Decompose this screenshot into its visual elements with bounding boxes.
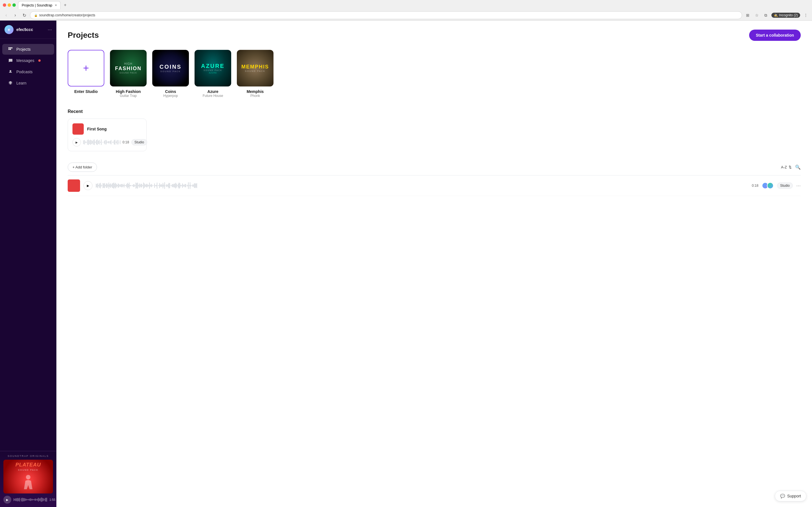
songs-list: ▶ 0:18 Studio ⋯ [68,175,801,196]
pack-genre: Future House [203,94,223,98]
pack-genre: Phonk [250,94,260,98]
song-thumbnail [72,123,84,135]
browser-titlebar: Projects | Soundtrap ✕ + [0,0,812,10]
originals-title: PLATEAU [3,462,53,468]
duration-badge: 0:18 [123,140,129,144]
browser-tab[interactable]: Projects | Soundtrap ✕ [18,1,61,9]
song-row-waveform [96,182,749,189]
url-text: soundtrap.com/home/creator/projects [39,13,95,17]
sidebar-item-label: Messages [16,58,35,63]
main-content: Projects Start a collaboration + Enter S… [56,20,812,507]
recent-section-title: Recent [68,109,801,114]
packs-grid: + Enter Studio HIGH FASHION SOUND PACK H… [68,50,801,98]
sidebar-item-messages[interactable]: Messages [2,55,54,66]
studio-badge[interactable]: Studio [132,139,147,145]
search-button[interactable]: 🔍 [795,165,801,170]
maximize-window-button[interactable] [12,3,16,7]
song-row-play-button[interactable]: ▶ [84,181,93,190]
avatar: e [4,25,13,34]
svg-rect-1 [10,47,11,48]
sort-button[interactable]: A-Z ⇅ [781,165,792,169]
pack-cover-high-fashion: HIGH FASHION SOUND PACK [110,50,147,87]
pack-cover-coins: COINS SOUND PACK [152,50,189,87]
player-controls: ▶ // Generate mini waveform bars inline … [3,496,53,504]
tab-title: Projects | Soundtrap [22,3,52,7]
sidebar-user: e efec5ccc ··· [0,20,56,39]
window-controls [3,3,16,7]
browser-nav-right: ⊞ ☆ ⧉ 🕵 Incognito (2) ⋮ [744,12,809,18]
player-time: 1:55 [49,498,55,501]
pack-name: Azure [207,89,218,94]
support-icon: 💬 [780,494,785,498]
support-label: Support [787,494,801,498]
sidebar-item-projects[interactable]: Projects [2,44,54,55]
play-button[interactable]: ▶ [3,496,11,504]
pack-cover-enter: + [68,50,104,87]
pack-cover-azure: AZURE SOUND PACK AZURE [195,50,231,87]
originals-subtitle: SOUND PACK [3,469,53,471]
song-row-more-button[interactable]: ⋯ [796,183,801,188]
pack-genre: Hyperpop [163,94,178,98]
play-button[interactable]: ▶ [72,138,81,147]
song-row-thumbnail [68,179,80,192]
svg-rect-3 [8,49,10,50]
forward-button[interactable]: › [12,12,18,18]
originals-cover[interactable]: PLATEAU SOUND PACK [3,460,53,494]
bookmark-button[interactable]: ☆ [753,12,760,18]
back-button[interactable]: ‹ [3,12,10,18]
all-songs-toolbar: + Add folder A-Z ⇅ 🔍 [68,163,801,172]
incognito-label: Incognito (2) [779,13,798,17]
lock-icon: 🔒 [34,14,38,17]
incognito-icon: 🕵 [774,13,778,17]
originals-label: SOUNDTRAP ORIGINALS [3,455,53,457]
pack-card-coins[interactable]: COINS SOUND PACK Coins Hyperpop [152,50,189,98]
add-folder-button[interactable]: + Add folder [68,163,97,172]
sidebar: e efec5ccc ··· Projects [0,20,56,507]
sort-icon: ⇅ [789,165,792,169]
page-title: Projects [68,31,99,40]
svg-rect-4 [10,49,11,50]
podcasts-icon [8,69,13,74]
sidebar-item-learn[interactable]: Learn [2,78,54,89]
pack-card-memphis[interactable]: MEMPHIS SOUND PACK Memphis Phonk [237,50,273,98]
browser-chrome: Projects | Soundtrap ✕ + ‹ › ↻ 🔒 soundtr… [0,0,812,20]
incognito-badge[interactable]: 🕵 Incognito (2) [771,13,800,18]
extensions-button[interactable]: ⊞ [744,12,751,18]
song-name: First Song [87,127,107,131]
song-row-collab [762,182,774,189]
user-more-button[interactable]: ··· [48,27,52,33]
collab-avatar [767,182,774,189]
close-window-button[interactable] [3,3,6,7]
new-tab-button[interactable]: + [63,3,68,8]
menu-button[interactable]: ⋮ [802,12,809,18]
url-bar[interactable]: 🔒 soundtrap.com/home/creator/projects [30,11,742,19]
pack-card-azure[interactable]: AZURE SOUND PACK AZURE Azure Future Hous… [195,50,231,98]
sidebar-item-podcasts[interactable]: Podcasts [2,66,54,77]
pack-genre: Guitar Trap [120,94,137,98]
recent-song-info: First Song [72,123,142,135]
pack-name: Coins [165,89,176,94]
learn-icon [8,80,13,86]
split-view-button[interactable]: ⧉ [762,12,769,18]
recent-player: ▶ 0:18 Studio [72,138,142,147]
support-button[interactable]: 💬 Support [775,491,806,501]
tab-close-button[interactable]: ✕ [55,4,57,7]
plus-icon: + [83,62,89,74]
pack-name: Memphis [247,89,264,94]
user-name: efec5ccc [16,27,45,32]
sidebar-nav: Projects Messages Podcasts [0,39,56,451]
song-row-duration: 0:18 [752,184,758,187]
pack-card-high-fashion[interactable]: HIGH FASHION SOUND PACK High Fashion Gui… [110,50,147,98]
svg-rect-0 [8,47,10,48]
reload-button[interactable]: ↻ [21,12,28,18]
sidebar-item-label: Podcasts [16,69,33,74]
waveform-mini: // Generate mini waveform bars inline af… [13,497,47,503]
messages-icon [8,58,13,63]
minimize-window-button[interactable] [8,3,11,7]
pack-card-enter[interactable]: + Enter Studio [68,50,104,98]
start-collaboration-button[interactable]: Start a collaboration [749,30,801,41]
svg-point-5 [10,70,11,72]
recent-card: First Song ▶ 0:18 Studio [68,119,147,151]
browser-nav: ‹ › ↻ 🔒 soundtrap.com/home/creator/proje… [0,10,812,20]
song-row-studio-badge[interactable]: Studio [777,182,793,189]
